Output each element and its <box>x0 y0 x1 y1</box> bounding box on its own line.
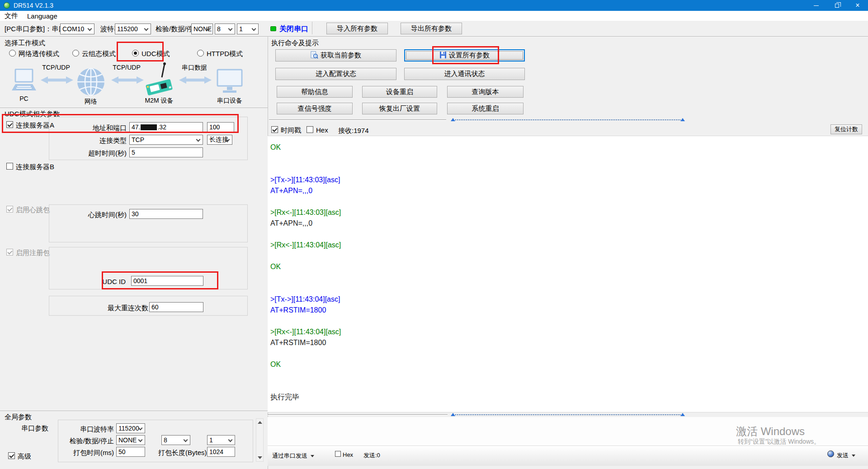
udc-id-input[interactable]: 0001 <box>131 276 203 286</box>
pack-time-label: 打包时间(ms) <box>63 449 114 457</box>
signal-strength-button[interactable]: 查信号强度 <box>277 103 353 114</box>
diagram-link1-label: TCP/UDP <box>40 64 72 71</box>
server-b-checkbox[interactable] <box>6 163 13 170</box>
left-panel-scrollbar[interactable] <box>256 418 264 462</box>
device-restart-button[interactable]: 设备重启 <box>362 86 437 98</box>
query-version-button[interactable]: 查询版本 <box>447 86 524 98</box>
export-params-button[interactable]: 导出所有参数 <box>401 23 462 34</box>
m2m-device-icon <box>145 62 174 97</box>
advanced-checkbox[interactable] <box>8 452 15 459</box>
diagram-link3-label: 串口数据 <box>178 64 211 72</box>
heartbeat-checkbox[interactable] <box>6 206 13 213</box>
heartbeat-label: 启用心跳包 <box>16 206 50 214</box>
log-output-area[interactable]: OK >[Tx->][11:43:03][asc] AT+APN=,,,0 >[… <box>268 136 868 412</box>
restore-icon <box>835 4 839 8</box>
conn-type-label: 连接类型 <box>54 137 127 145</box>
send-hex-label: Hex <box>343 451 353 458</box>
magnifier-doc-icon <box>311 51 318 60</box>
timeout-input[interactable]: 5 <box>129 147 203 157</box>
log-line: OK <box>270 359 868 370</box>
global-databits-select[interactable]: 8 <box>161 435 190 445</box>
server-address-input[interactable]: 47..32 <box>129 122 203 132</box>
track-marker-icon <box>451 118 455 121</box>
pack-time-input[interactable]: 50 <box>116 447 145 457</box>
advanced-label: 高级 <box>18 452 31 461</box>
chevron-down-icon <box>138 438 143 442</box>
log-trackbar-top[interactable] <box>451 117 685 123</box>
minimize-button[interactable] <box>806 0 826 11</box>
app-icon <box>4 2 10 9</box>
log-line <box>270 229 868 240</box>
timeout-label: 超时时间(秒) <box>54 149 127 158</box>
server-a-checkbox[interactable] <box>6 121 13 128</box>
log-line <box>270 316 868 327</box>
factory-reset-button[interactable]: 恢复出厂设置 <box>362 103 437 114</box>
set-params-button[interactable]: 设置所有参数 <box>404 49 525 62</box>
arrow-icon <box>179 75 212 86</box>
section-divider <box>0 36 868 37</box>
parity-select[interactable]: NONE <box>191 24 213 34</box>
section-divider <box>0 108 268 109</box>
stopbits-select[interactable]: 1 <box>237 24 259 34</box>
pack-len-input[interactable]: 1024 <box>207 447 235 457</box>
global-baud-select[interactable]: 115200 <box>116 423 145 433</box>
timestamp-checkbox[interactable] <box>271 126 278 133</box>
diagram-m2m-label: M2M 设备 <box>139 97 179 105</box>
com-port-select[interactable]: COM10 <box>60 24 94 34</box>
log-line: 执行完毕 <box>270 392 868 403</box>
track-marker-icon <box>680 118 685 121</box>
maximize-button[interactable] <box>826 0 847 11</box>
send-via-serial-button[interactable]: 通过串口发送 <box>272 452 314 460</box>
system-restart-button[interactable]: 系统重启 <box>447 103 524 114</box>
log-hex-checkbox[interactable] <box>307 126 313 133</box>
close-button[interactable]: × <box>847 0 868 11</box>
close-port-button[interactable]: 关闭串口 <box>279 24 308 34</box>
reset-counter-button[interactable]: 复位计数 <box>830 124 862 134</box>
chevron-down-icon <box>184 438 188 442</box>
log-line <box>270 348 868 359</box>
send-button[interactable]: 发送 <box>837 451 855 460</box>
conn-type-select[interactable]: TCP <box>129 135 203 145</box>
register-checkbox[interactable] <box>6 249 13 256</box>
radio-httpd-mode[interactable] <box>197 50 204 57</box>
get-params-button[interactable]: 获取当前参数 <box>275 49 396 62</box>
log-line: OK <box>270 261 868 272</box>
log-trackbar-bottom[interactable] <box>451 412 685 418</box>
section-divider <box>0 411 268 412</box>
serial-params-label: 串口参数 <box>21 424 48 433</box>
splitter-groove <box>268 414 448 416</box>
server-port-input[interactable]: 100 <box>207 122 234 132</box>
radio-udc-mode[interactable] <box>132 50 139 57</box>
help-button[interactable]: 帮助信息 <box>277 86 353 98</box>
chevron-down-icon <box>228 27 233 31</box>
log-line: >[Tx->][11:43:04][asc] <box>270 294 868 305</box>
radio-cloud-scada[interactable] <box>72 50 79 57</box>
max-reconnect-input[interactable]: 60 <box>149 302 203 312</box>
command-group-title: 执行命令及提示 <box>271 39 319 47</box>
log-line: >[Tx->][11:43:03][asc] <box>270 175 868 185</box>
global-stopbits-select[interactable]: 1 <box>207 435 235 445</box>
enter-config-button[interactable]: 进入配置状态 <box>275 68 396 80</box>
global-parity-select[interactable]: NONE <box>116 435 145 445</box>
redaction-mask <box>141 124 157 130</box>
send-globe-icon <box>827 450 834 457</box>
diagram-pc-label: PC <box>11 95 37 102</box>
mode-group-title: 选择工作模式 <box>5 39 45 47</box>
udc-id-label: UDC ID <box>72 278 126 285</box>
pc-icon <box>11 69 37 95</box>
log-line <box>270 164 868 175</box>
baud-select[interactable]: 115200 <box>115 24 151 34</box>
enter-comm-button[interactable]: 进入通讯状态 <box>404 68 525 80</box>
keepalive-select[interactable]: 长连接 <box>207 135 232 145</box>
send-hex-checkbox[interactable] <box>335 451 341 457</box>
global-baud-label: 串口波特率 <box>63 425 114 434</box>
log-line: >[Rx<-][11:43:04][asc] <box>270 327 868 337</box>
databits-select[interactable]: 8 <box>215 24 235 34</box>
menu-file[interactable]: 文件 <box>0 11 23 21</box>
log-line <box>270 196 868 207</box>
dropdown-arrow-icon <box>852 455 855 457</box>
heartbeat-time-input[interactable]: 30 <box>129 209 203 219</box>
menu-language[interactable]: Language <box>23 11 62 21</box>
radio-net-passthrough[interactable] <box>9 50 16 57</box>
import-params-button[interactable]: 导入所有参数 <box>326 23 388 34</box>
